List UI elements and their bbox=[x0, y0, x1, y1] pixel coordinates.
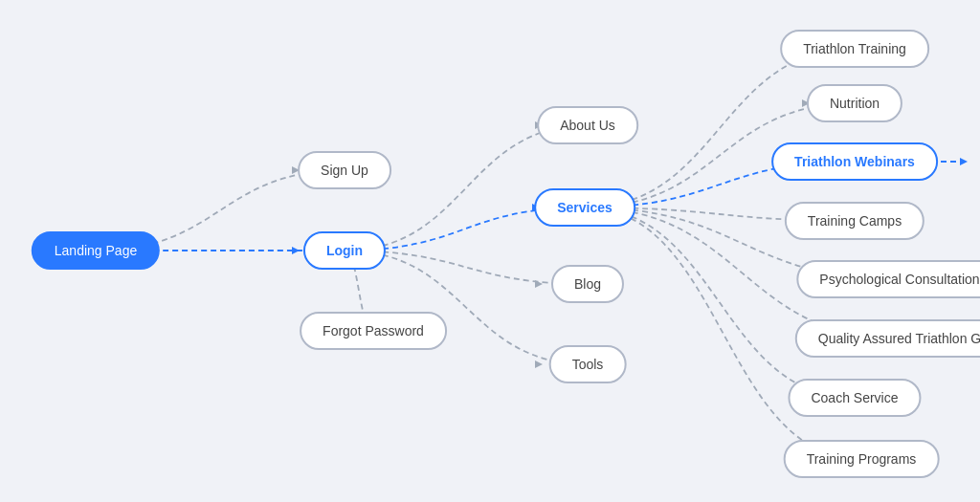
node-blog[interactable]: Blog bbox=[551, 265, 624, 303]
node-services[interactable]: Services bbox=[534, 188, 635, 227]
node-landing[interactable]: Landing Page bbox=[32, 231, 160, 270]
svg-marker-15 bbox=[960, 158, 968, 165]
node-coach[interactable]: Coach Service bbox=[788, 379, 921, 417]
node-login[interactable]: Login bbox=[303, 231, 386, 270]
node-programs[interactable]: Training Programs bbox=[784, 440, 940, 478]
node-nutrition[interactable]: Nutrition bbox=[807, 84, 902, 122]
node-tools[interactable]: Tools bbox=[549, 345, 627, 383]
node-forgot[interactable]: Forgot Password bbox=[300, 312, 447, 350]
mindmap-canvas: Landing PageSign UpLoginForgot PasswordA… bbox=[0, 0, 980, 502]
node-triathlon[interactable]: Triathlon Training bbox=[780, 30, 929, 68]
node-camps[interactable]: Training Camps bbox=[785, 202, 924, 240]
svg-marker-11 bbox=[292, 247, 300, 254]
node-signup[interactable]: Sign Up bbox=[298, 151, 391, 189]
node-psych[interactable]: Psychological Consultation bbox=[796, 260, 980, 298]
node-webinars[interactable]: Triathlon Webinars bbox=[771, 142, 938, 181]
node-about[interactable]: About Us bbox=[537, 106, 638, 144]
node-quality[interactable]: Quality Assured Triathlon G bbox=[795, 319, 980, 358]
svg-marker-3 bbox=[535, 360, 543, 368]
svg-marker-2 bbox=[535, 280, 543, 288]
